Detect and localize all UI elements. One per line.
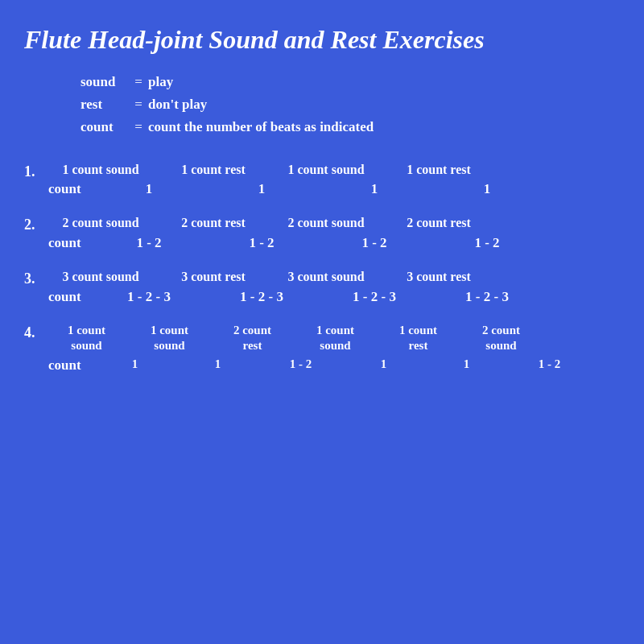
ex4-cell4-count: 1 — [428, 357, 505, 371]
ex1-cell3-label: 1 count rest — [386, 162, 491, 179]
ex2-cell0-count: 1 - 2 — [97, 235, 201, 251]
exercise-2-number: 2. — [24, 215, 48, 233]
exercises-container: 1.1 count sound1 count rest1 count sound… — [24, 162, 620, 374]
ex3-cell0-count: 1 - 2 - 3 — [97, 289, 201, 305]
ex2-cell1-label: 2 count rest — [161, 215, 266, 232]
legend-sound-eq: = — [129, 71, 148, 93]
legend-sound-val: play — [148, 71, 173, 93]
ex1-cell0-count: 1 — [97, 181, 201, 197]
ex4-cell5-label: 2 countsound — [463, 323, 539, 354]
ex1-cell2-count: 1 — [322, 181, 427, 197]
legend-rest: rest = don't play — [80, 93, 620, 116]
ex4-cell1-label: 1 countsound — [131, 323, 208, 354]
legend-count-key: count — [80, 116, 129, 138]
legend: sound = play rest = don't play count = c… — [80, 71, 620, 138]
ex1-cell2-label: 1 count sound — [274, 162, 378, 179]
ex4-cell5-count: 1 - 2 — [511, 357, 588, 371]
exercise-4-number: 4. — [24, 323, 48, 341]
ex4-cell2-label: 2 countrest — [214, 323, 291, 354]
exercise-1: 1.1 count sound1 count rest1 count sound… — [24, 162, 620, 198]
ex2-cell1-count: 1 - 2 — [209, 235, 314, 251]
legend-rest-eq: = — [129, 93, 148, 116]
page-title: Flute Head-joint Sound and Rest Exercise… — [24, 24, 620, 55]
legend-count: count = count the number of beats as ind… — [80, 116, 620, 138]
ex3-cell1-count: 1 - 2 - 3 — [209, 289, 314, 305]
ex4-cell0-count: 1 — [97, 357, 173, 371]
ex2-cell2-label: 2 count sound — [274, 215, 378, 232]
ex3-cell3-label: 3 count rest — [386, 269, 491, 286]
exercise-2: 2.2 count sound2 count rest2 count sound… — [24, 215, 620, 251]
ex2-cell2-count: 1 - 2 — [322, 235, 427, 251]
exercise-2-count-label: count — [48, 235, 97, 251]
ex2-cell0-label: 2 count sound — [48, 215, 153, 232]
ex1-cell1-count: 1 — [209, 181, 314, 197]
exercise-1-number: 1. — [24, 162, 48, 180]
ex1-cell3-count: 1 — [435, 181, 539, 197]
ex1-cell0-label: 1 count sound — [48, 162, 153, 179]
ex4-cell2-count: 1 - 2 — [262, 357, 339, 371]
ex3-cell0-label: 3 count sound — [48, 269, 153, 286]
page: { "title": "Flute Head-joint Sound and R… — [0, 0, 644, 644]
exercise-3-count-label: count — [48, 289, 97, 305]
exercise-4-count-label: count — [48, 357, 97, 374]
exercise-1-count-label: count — [48, 181, 97, 197]
legend-count-val: count the number of beats as indicated — [148, 116, 374, 138]
exercise-3-number: 3. — [24, 269, 48, 287]
exercise-3: 3.3 count sound3 count rest3 count sound… — [24, 269, 620, 305]
legend-rest-key: rest — [80, 93, 129, 116]
ex3-cell3-count: 1 - 2 - 3 — [435, 289, 539, 305]
ex4-cell3-count: 1 — [345, 357, 422, 371]
ex4-cell3-label: 1 countsound — [297, 323, 374, 354]
legend-sound-key: sound — [80, 71, 129, 93]
ex4-cell4-label: 1 countrest — [380, 323, 456, 354]
ex1-cell1-label: 1 count rest — [161, 162, 266, 179]
ex4-cell1-count: 1 — [180, 357, 256, 371]
legend-sound: sound = play — [80, 71, 620, 93]
ex2-cell3-count: 1 - 2 — [435, 235, 539, 251]
ex2-cell3-label: 2 count rest — [386, 215, 491, 232]
legend-count-eq: = — [129, 116, 148, 138]
ex3-cell2-label: 3 count sound — [274, 269, 378, 286]
ex3-cell1-label: 3 count rest — [161, 269, 266, 286]
exercise-4: 4.1 countsound1 countsound2 countrest1 c… — [24, 323, 620, 374]
ex4-cell0-label: 1 countsound — [48, 323, 125, 354]
legend-rest-val: don't play — [148, 93, 207, 116]
ex3-cell2-count: 1 - 2 - 3 — [322, 289, 427, 305]
